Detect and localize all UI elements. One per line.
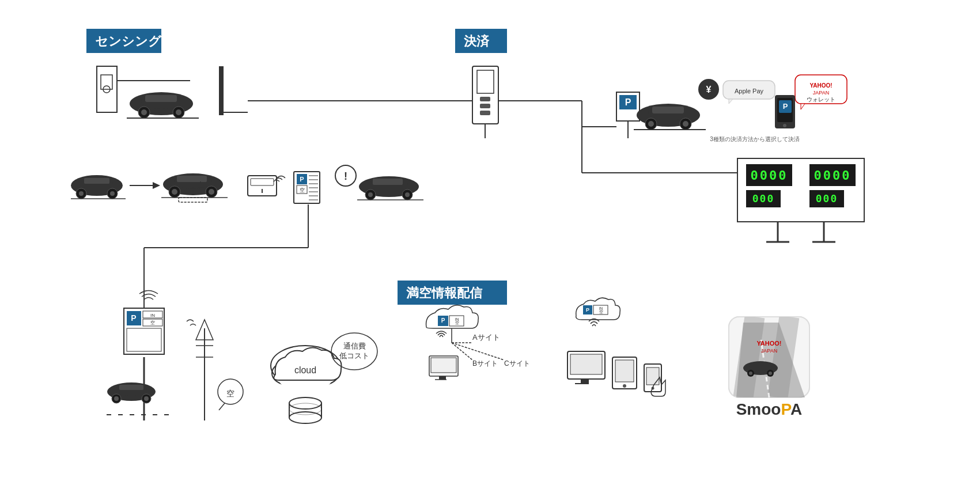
smoopa-logo-text: SmooPA xyxy=(736,400,803,418)
svg-rect-103 xyxy=(373,179,403,185)
diagram-svg: センシング 決済 満空情報配信 xyxy=(0,0,980,485)
svg-rect-4 xyxy=(101,75,112,89)
car-over-sensor xyxy=(161,173,228,202)
svg-line-143 xyxy=(219,403,225,410)
svg-marker-46 xyxy=(801,104,805,109)
payment-note: 3種類の決済方法から選択して決済 xyxy=(710,136,800,142)
svg-point-178 xyxy=(623,384,626,388)
svg-text:¥: ¥ xyxy=(706,85,712,94)
svg-text:空: 空 xyxy=(599,310,603,314)
b-site-label: Bサイト xyxy=(472,359,498,367)
svg-rect-173 xyxy=(570,354,602,374)
svg-point-65 xyxy=(79,191,84,196)
svg-point-149 xyxy=(289,412,321,423)
svg-rect-11 xyxy=(145,95,177,102)
yahoo-japan-label: JAPAN xyxy=(813,90,829,96)
svg-line-166 xyxy=(452,343,504,360)
svg-text:P: P xyxy=(783,102,788,111)
car-sign-area xyxy=(107,382,156,403)
scoreboard-row1-right: 0000 xyxy=(814,168,852,183)
svg-text:空: 空 xyxy=(455,321,459,325)
svg-point-15 xyxy=(176,109,181,115)
svg-marker-70 xyxy=(153,182,160,189)
yahoo-wallet-label: ウォレット xyxy=(807,96,835,103)
svg-rect-73 xyxy=(177,176,207,182)
svg-rect-78 xyxy=(179,198,207,202)
svg-rect-160 xyxy=(431,358,456,373)
svg-text:P: P xyxy=(131,313,136,323)
svg-rect-24 xyxy=(480,111,490,115)
car-entering-top xyxy=(127,92,199,118)
a-site-label: Aサイト xyxy=(472,333,500,342)
svg-rect-123 xyxy=(127,328,161,351)
cost-note-line1: 通信費 xyxy=(343,342,366,350)
svg-text:JAPAN: JAPAN xyxy=(761,348,777,354)
svg-text:YAHOO!: YAHOO! xyxy=(757,340,782,347)
svg-text:空: 空 xyxy=(150,320,155,325)
scoreboard-row2-left: 000 xyxy=(752,192,775,204)
svg-point-191 xyxy=(769,372,772,375)
svg-point-189 xyxy=(749,372,752,375)
scoreboard-row2-right: 000 xyxy=(816,192,838,204)
svg-rect-22 xyxy=(480,97,490,101)
svg-point-105 xyxy=(368,192,373,197)
svg-text:空: 空 xyxy=(300,187,305,193)
distribution-label: 満空情報配信 xyxy=(406,286,483,300)
svg-point-187 xyxy=(749,362,772,371)
yahoo-label: YAHOO! xyxy=(809,82,832,89)
svg-rect-177 xyxy=(615,360,634,382)
car-payment-exit xyxy=(634,104,706,130)
svg-point-132 xyxy=(114,396,119,401)
main-container: センシング 決済 満空情報配信 xyxy=(0,0,980,485)
svg-text:P: P xyxy=(625,97,631,107)
apple-pay-label: Apple Pay xyxy=(735,88,764,94)
svg-point-39 xyxy=(683,121,688,127)
svg-text:空: 空 xyxy=(226,389,234,398)
cloud-label: cloud xyxy=(294,365,316,375)
svg-text:P: P xyxy=(441,317,445,324)
svg-rect-23 xyxy=(480,104,490,108)
scoreboard-row1-left: 0000 xyxy=(751,168,788,183)
svg-point-49 xyxy=(783,124,786,127)
svg-text:P: P xyxy=(300,176,304,183)
svg-rect-174 xyxy=(581,379,589,384)
svg-rect-63 xyxy=(84,178,109,184)
svg-rect-21 xyxy=(477,70,494,93)
svg-rect-85 xyxy=(251,179,274,185)
svg-rect-17 xyxy=(219,66,224,115)
svg-rect-130 xyxy=(119,385,143,390)
sensing-label: センシング xyxy=(95,34,162,48)
svg-text:IN: IN xyxy=(150,313,155,318)
car-approaching xyxy=(71,175,126,199)
c-site-label: Cサイト xyxy=(504,359,530,367)
cost-note-line2: 低コスト xyxy=(339,351,369,360)
svg-rect-180 xyxy=(646,367,659,385)
svg-point-134 xyxy=(144,396,149,401)
svg-text:P: P xyxy=(586,307,589,313)
svg-text:!: ! xyxy=(344,170,347,182)
svg-point-67 xyxy=(110,191,115,196)
svg-rect-35 xyxy=(652,107,684,113)
svg-marker-44 xyxy=(729,99,733,104)
svg-point-75 xyxy=(172,189,177,195)
svg-point-13 xyxy=(141,109,147,115)
svg-rect-161 xyxy=(439,376,446,380)
payment-label: 決済 xyxy=(464,34,490,48)
svg-point-107 xyxy=(405,192,410,197)
svg-point-77 xyxy=(209,189,214,195)
svg-point-37 xyxy=(648,121,654,127)
car-parked xyxy=(357,176,423,200)
